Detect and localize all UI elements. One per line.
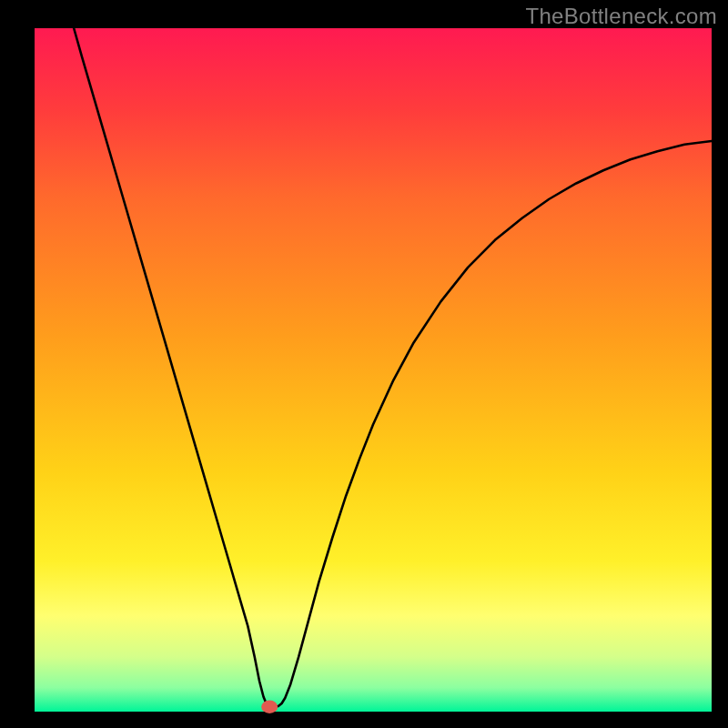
plot-background [35,28,712,712]
marker-dot [261,701,278,713]
chart-svg [0,0,728,728]
chart-wrapper: TheBottleneck.com [0,0,728,728]
watermark-label: TheBottleneck.com [525,4,717,29]
